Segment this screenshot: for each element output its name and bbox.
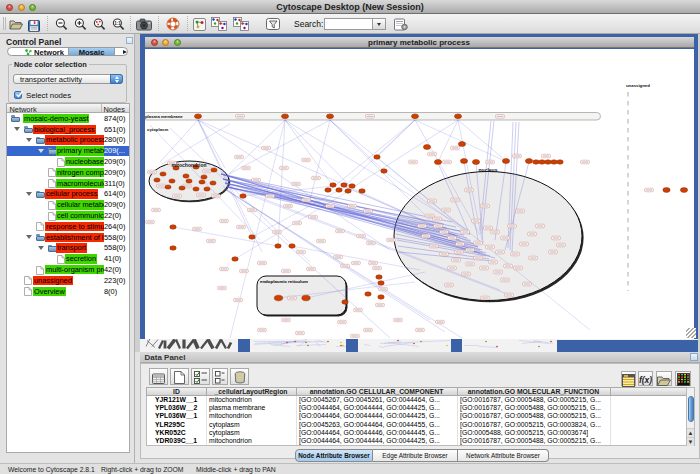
- svg-text:f(x): f(x): [639, 375, 652, 385]
- svg-text:plasma membrane: plasma membrane: [145, 114, 183, 119]
- svg-text:mitochondrion: mitochondrion: [172, 162, 207, 168]
- svg-text:1:1: 1:1: [114, 21, 121, 26]
- svg-text:nucleus: nucleus: [479, 167, 498, 173]
- svg-text:cytoplasm: cytoplasm: [147, 127, 168, 132]
- svg-text:endoplasmic reticulum: endoplasmic reticulum: [260, 279, 308, 284]
- svg-text:unassigned: unassigned: [626, 83, 650, 88]
